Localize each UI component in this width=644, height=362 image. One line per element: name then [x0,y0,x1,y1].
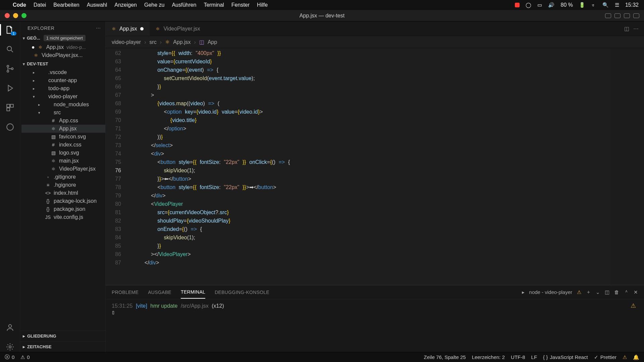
menu-view[interactable]: Anzeigen [114,2,137,8]
status-notifications-icon[interactable]: 🔔 [633,354,639,360]
bottom-panel: PROBLEME AUSGABE TERMINAL DEBUGGING-KONS… [106,285,644,352]
folder-item[interactable]: ▸.vscode [21,68,105,76]
explorer-badge: 1 [11,32,16,36]
breadcrumb[interactable]: video-player› src› ⚛App.jsx› ◫App [106,36,644,48]
menu-selection[interactable]: Auswahl [87,2,107,8]
code-editor[interactable]: style={{ width: "400px" }} value={curren… [125,48,610,285]
panel-tab-terminal[interactable]: TERMINAL [181,286,205,299]
terminal-warning-icon[interactable]: ⚠ [577,289,581,295]
menu-window[interactable]: Fenster [231,2,250,8]
editor-area: ⚛ App.jsx ⚛ VideoPlayer.jsx ◫ ⋯ video-pl… [106,21,644,352]
unsaved-count-badge: 1 nicht gespeichert [44,35,86,41]
svg-point-0 [7,46,11,51]
folder-item[interactable]: ▸counter-app [21,76,105,84]
file-item[interactable]: ⚛App.jsx [21,125,105,133]
line-number-gutter[interactable]: 6263646566676869707172737475767778798081… [106,48,125,285]
file-item[interactable]: <>index.html [21,189,105,197]
project-section[interactable]: ▾ DEV-TEST [20,59,105,68]
wifi-icon[interactable]: ᯤ [591,2,596,8]
outline-section[interactable]: ▸GLIEDERUNG [20,330,105,341]
terminal-split-dropdown-icon[interactable]: ⌄ [596,289,600,295]
display-icon[interactable]: ▭ [537,2,542,8]
status-prettier[interactable]: ✓ Prettier [594,354,616,360]
layout-sidebar-left-icon[interactable] [605,13,611,18]
file-item[interactable]: #App.css [21,117,105,125]
spotlight-icon[interactable]: 🔍 [602,2,609,8]
activity-settings-icon[interactable] [5,342,15,352]
menu-edit[interactable]: Bearbeiten [53,2,79,8]
activity-source-control-icon[interactable] [5,64,15,74]
traffic-lights [5,13,26,18]
svg-point-9 [9,346,11,348]
timeline-section[interactable]: ▸ZEITACHSE [20,341,105,352]
menubar-app-name[interactable]: Code [13,2,26,8]
split-editor-icon[interactable]: ◫ [624,25,629,32]
menu-help[interactable]: Hilfe [257,2,268,8]
activity-debug-icon[interactable] [5,83,15,93]
activity-explorer-icon[interactable]: 1 [5,25,15,35]
layout-sidebar-right-icon[interactable] [624,13,630,18]
terminal-body-warning-icon[interactable]: ⚠ [631,302,636,309]
file-item[interactable]: JSvite.config.js [21,213,105,221]
file-item[interactable]: ◦.gitignore [21,173,105,181]
control-center-icon[interactable]: ☰ [615,2,619,8]
activity-search-icon[interactable] [5,44,15,54]
close-panel-icon[interactable]: ✕ [634,289,638,295]
status-language-mode[interactable]: { } JavaScript React [543,354,588,360]
split-terminal-icon[interactable]: ◫ [605,289,609,295]
maximize-window-button[interactable] [21,13,26,18]
open-editor-item[interactable]: ● ⚛ App.jsx video-p... [21,43,105,51]
file-item[interactable]: {}package.json [21,205,105,213]
file-item[interactable]: ⚛VideoPlayer.jsx [21,165,105,173]
close-window-button[interactable] [5,13,10,18]
terminal-process-label[interactable]: node - video-player [529,289,572,295]
folder-item[interactable]: ▾video-player [21,93,105,101]
activity-extensions-icon[interactable] [5,103,15,113]
loom-icon[interactable]: ◯ [526,2,531,8]
open-editor-item[interactable]: ⚛ VideoPlayer.jsx... [21,51,105,59]
recording-indicator-icon[interactable] [515,3,520,7]
menubar-clock[interactable]: 15:32 [625,2,639,8]
maximize-panel-icon[interactable]: ＾ [624,289,629,295]
file-item[interactable]: ▧favicon.svg [21,133,105,141]
minimize-window-button[interactable] [13,13,18,18]
kill-terminal-icon[interactable]: 🗑 [614,289,619,295]
panel-tab-problems[interactable]: PROBLEME [112,286,139,298]
file-item[interactable]: #index.css [21,141,105,149]
status-encoding[interactable]: UTF-8 [511,354,525,360]
open-editors-section[interactable]: ▾ GEÖ... 1 nicht gespeichert [20,33,105,43]
folder-item[interactable]: ▾src [21,109,105,117]
panel-tab-debug-console[interactable]: DEBUGGING-KONSOLE [215,286,269,298]
panel-tab-output[interactable]: AUSGABE [148,286,171,298]
terminal-body[interactable]: 15:31:25 [vite] hmr update /src/App.jsx … [106,299,644,352]
menu-run[interactable]: Ausführen [172,2,196,8]
status-warning-icon[interactable]: ⚠ [623,354,627,360]
layout-panel-icon[interactable] [614,13,621,18]
file-item[interactable]: ≡.hgignore [21,181,105,189]
activity-remote-icon[interactable] [5,122,15,132]
dirty-indicator-icon: ● [32,44,35,50]
activity-account-icon[interactable] [5,322,15,333]
volume-icon[interactable]: 🔊 [548,2,554,8]
tab-videoplayer-jsx[interactable]: ⚛ VideoPlayer.jsx [150,21,206,36]
editor-more-icon[interactable]: ⋯ [633,25,639,32]
status-errors[interactable]: ⓧ 0 [5,354,14,360]
new-terminal-icon[interactable]: ＋ [586,289,591,295]
status-warnings[interactable]: ⚠ 0 [20,354,30,360]
explorer-more-icon[interactable]: ⋯ [96,25,101,31]
folder-item[interactable]: ▸node_modules [21,101,105,109]
status-indentation[interactable]: Leerzeichen: 2 [472,354,505,360]
status-eol[interactable]: LF [531,354,537,360]
menu-terminal[interactable]: Terminal [204,2,224,8]
battery-percent[interactable]: 80 % [560,2,573,8]
minimap[interactable] [610,48,644,285]
file-item[interactable]: {}package-lock.json [21,197,105,205]
layout-customize-icon[interactable] [633,13,639,18]
folder-item[interactable]: ▸todo-app [21,84,105,93]
status-cursor-position[interactable]: Zeile 76, Spalte 25 [424,354,466,360]
file-item[interactable]: ⚛main.jsx [21,157,105,165]
menu-go[interactable]: Gehe zu [144,2,164,8]
tab-app-jsx[interactable]: ⚛ App.jsx [106,21,150,36]
menu-file[interactable]: Datei [34,2,46,8]
file-item[interactable]: ▧logo.svg [21,149,105,157]
